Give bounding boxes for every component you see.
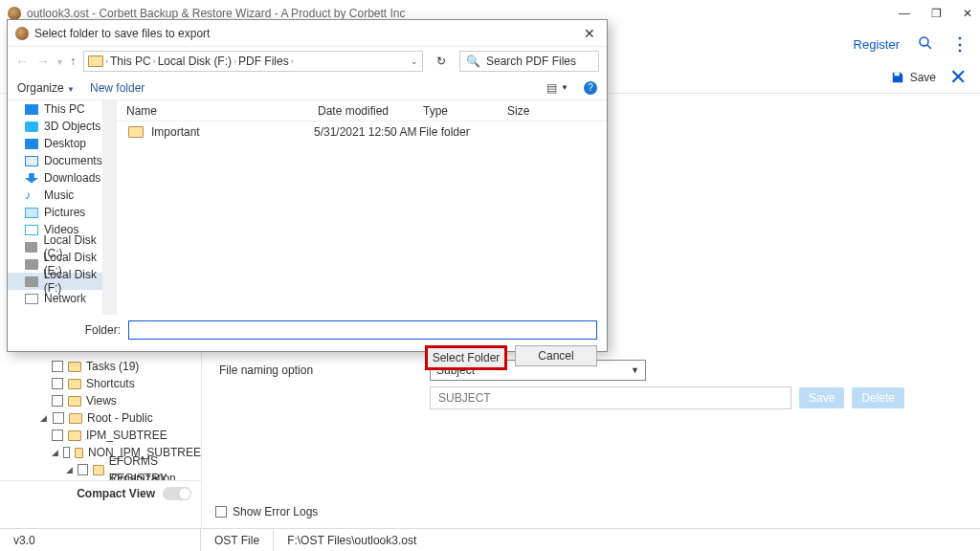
dialog-toolbar: Organize ▼ New folder ▤ ▼ ? (8, 76, 607, 100)
save-button[interactable]: Save (891, 71, 936, 84)
sidebar-pictures[interactable]: Pictures (8, 204, 116, 221)
sidebar-scrollbar[interactable] (102, 100, 116, 315)
show-error-checkbox[interactable] (215, 506, 227, 518)
column-headers[interactable]: Name Date modified Type Size (117, 100, 607, 121)
subject-input[interactable] (430, 386, 791, 409)
col-date[interactable]: Date modified (308, 104, 413, 118)
file-row-important[interactable]: Important 5/31/2021 12:50 AM File folder (117, 121, 607, 143)
app-icon (8, 7, 21, 20)
show-error-label: Show Error Logs (233, 505, 318, 518)
status-file-type: OST File (201, 529, 274, 551)
sidebar-desktop[interactable]: Desktop (8, 135, 116, 152)
sidebar-music[interactable]: ♪Music (8, 187, 116, 204)
search-icon[interactable] (917, 34, 934, 55)
file-type: File folder (419, 125, 503, 139)
breadcrumb[interactable]: › This PC › Local Disk (F:) › PDF Files … (83, 51, 423, 72)
crumb-disk[interactable]: Local Disk (F:) (158, 55, 232, 68)
select-folder-button[interactable]: Select Folder (425, 345, 507, 370)
new-folder-button[interactable]: New folder (90, 81, 145, 95)
pattern-delete-button[interactable]: Delete (852, 387, 904, 408)
view-options-button[interactable]: ▤ ▼ (546, 81, 568, 95)
save-label: Save (910, 71, 936, 84)
cancel-button[interactable]: Cancel (515, 345, 597, 366)
search-field[interactable]: 🔍 Search PDF Files (459, 51, 599, 72)
crumb-folder[interactable]: PDF Files (238, 55, 289, 68)
sidebar-documents[interactable]: Documents (8, 152, 116, 169)
dialog-app-icon (15, 27, 29, 40)
dialog-title: Select folder to save files to export (34, 27, 580, 40)
folder-input[interactable] (128, 320, 597, 340)
show-error-logs[interactable]: Show Error Logs (215, 505, 318, 518)
crumb-dropdown-icon[interactable]: ⌄ (411, 56, 418, 66)
sidebar-this-pc[interactable]: This PC (8, 100, 116, 118)
file-list: Name Date modified Type Size Important 5… (117, 100, 607, 315)
nav-recent-button[interactable]: ▾ (57, 56, 62, 67)
col-type[interactable]: Type (413, 104, 498, 118)
help-icon[interactable]: ? (584, 81, 597, 95)
svg-rect-2 (894, 72, 899, 76)
col-size[interactable]: Size (498, 104, 555, 118)
crumb-this-pc[interactable]: This PC (110, 55, 151, 68)
svg-line-1 (927, 45, 931, 49)
register-link[interactable]: Register (854, 37, 900, 52)
dialog-nav: ← → ▾ ↑ › This PC › Local Disk (F:) › PD… (8, 47, 607, 76)
pattern-save-button[interactable]: Save (799, 387, 844, 408)
folder-icon (88, 55, 103, 67)
status-version: v3.0 (0, 529, 201, 551)
sidebar-3d-objects[interactable]: 3D Objects (8, 118, 116, 135)
menu-icon[interactable]: ⋮ (951, 33, 969, 55)
svg-point-0 (920, 37, 928, 46)
compact-view-label: Compact View (77, 487, 155, 500)
close-button[interactable]: ✕ (963, 7, 972, 20)
folder-input-label: Folder: (17, 323, 121, 337)
compact-view-toggle[interactable] (163, 487, 191, 500)
nav-up-button[interactable]: ↑ (70, 55, 76, 68)
chevron-down-icon: ▼ (631, 365, 639, 375)
tree-views[interactable]: Views (38, 392, 201, 409)
minimize-button[interactable]: — (899, 7, 910, 20)
search-placeholder: Search PDF Files (486, 55, 576, 68)
organize-button[interactable]: Organize ▼ (17, 81, 75, 95)
folder-icon (128, 126, 144, 138)
col-name[interactable]: Name (117, 104, 308, 118)
status-file-path: F:\OST Files\outlook3.ost (274, 529, 430, 551)
save-icon (891, 71, 904, 84)
compact-view-row: Compact View (0, 480, 201, 505)
status-bar: v3.0 OST File F:\OST Files\outlook3.ost (0, 528, 980, 551)
search-icon: 🔍 (466, 55, 480, 68)
close-action-button[interactable]: ✕ (949, 65, 967, 90)
refresh-button[interactable]: ↻ (431, 55, 452, 68)
maximize-button[interactable]: ❐ (931, 7, 942, 20)
dialog-sidebar: This PC 3D Objects Desktop Documents Dow… (8, 100, 117, 315)
file-date: 5/31/2021 12:50 AM (314, 125, 419, 139)
nav-forward-button[interactable]: → (36, 54, 50, 69)
file-name: Important (151, 125, 314, 139)
nav-back-button[interactable]: ← (15, 54, 29, 69)
window-title: outlook3.ost - Corbett Backup & Restore … (27, 7, 899, 20)
dialog-titlebar: Select folder to save files to export ✕ (8, 20, 607, 47)
tree-ipm[interactable]: IPM_SUBTREE (38, 427, 201, 444)
sidebar-disk-f[interactable]: Local Disk (F:) (8, 273, 116, 290)
sidebar-downloads[interactable]: Downloads (8, 169, 116, 187)
tree-shortcuts[interactable]: Shortcuts (38, 375, 201, 392)
folder-picker-dialog: Select folder to save files to export ✕ … (7, 19, 608, 352)
tree-root-public[interactable]: ◢Root - Public (38, 409, 201, 427)
dialog-close-button[interactable]: ✕ (580, 26, 599, 41)
